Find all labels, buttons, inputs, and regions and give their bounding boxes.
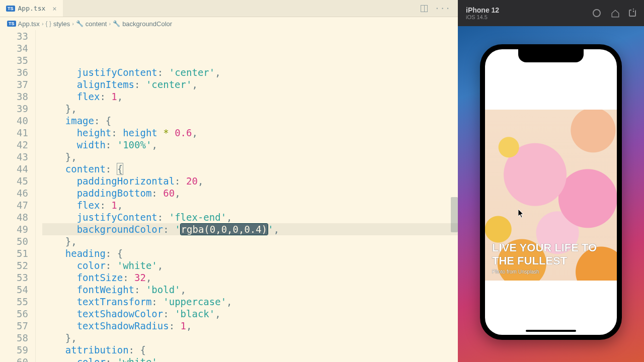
line-number: 53 [0, 272, 28, 284]
code-line[interactable]: flex: 1, [42, 90, 458, 103]
breadcrumb-file[interactable]: App.tsx [18, 20, 40, 28]
braces-icon: { } [46, 20, 51, 27]
code-line[interactable]: }, [42, 332, 458, 344]
tab-bar: TS App.tsx × ··· [0, 0, 458, 17]
scrollbar-thumb[interactable] [451, 197, 458, 232]
simulator-stage: LIVE YOUR LIFE TO THE FULLEST Photo from… [458, 26, 644, 362]
chevron-right-icon: › [42, 21, 44, 27]
code-area[interactable]: justifyContent: 'center', alignItems: 'c… [42, 30, 458, 362]
code-line[interactable]: fontWeight: 'bold', [42, 284, 458, 296]
line-number: 43 [0, 151, 28, 163]
line-number: 59 [0, 344, 28, 356]
code-line[interactable]: alignItems: 'center', [42, 78, 458, 90]
line-number: 52 [0, 259, 28, 272]
line-number: 46 [0, 187, 28, 199]
code-line[interactable]: image: { [42, 115, 458, 127]
breadcrumb-segment[interactable]: backgroundColor [122, 20, 172, 28]
code-line[interactable]: justifyContent: 'flex-end', [42, 211, 458, 223]
chevron-right-icon: › [109, 21, 111, 27]
share-icon[interactable] [629, 10, 636, 17]
device-os: iOS 14.5 [466, 14, 499, 20]
line-number: 42 [0, 139, 28, 151]
phone-frame: LIVE YOUR LIFE TO THE FULLEST Photo from… [480, 44, 622, 340]
line-number: 39 [0, 103, 28, 115]
app-attribution: Photo from Unsplash [492, 269, 610, 275]
code-line[interactable]: textShadowRadius: 1, [42, 320, 458, 332]
line-number: 37 [0, 78, 28, 90]
code-line[interactable]: heading: { [42, 247, 458, 259]
typescript-badge-icon: TS [7, 21, 16, 27]
app-content-overlay: LIVE YOUR LIFE TO THE FULLEST Photo from… [485, 241, 617, 275]
wrench-icon: 🔧 [113, 20, 120, 27]
home-icon[interactable] [611, 9, 619, 17]
typescript-badge-icon: TS [6, 6, 15, 12]
code-line[interactable]: color: 'white', [42, 356, 458, 362]
phone-screen[interactable]: LIVE YOUR LIFE TO THE FULLEST Photo from… [485, 49, 617, 335]
simulator-toolbar: iPhone 12 iOS 14.5 [458, 0, 644, 26]
line-number: 60 [0, 356, 28, 362]
code-line[interactable]: flex: 1, [42, 199, 458, 211]
phone-notch [518, 49, 584, 62]
app-heading: LIVE YOUR LIFE TO THE FULLEST [492, 241, 610, 267]
more-icon[interactable]: ··· [435, 5, 451, 13]
line-number: 50 [0, 235, 28, 247]
code-line[interactable]: paddingHorizontal: 20, [42, 175, 458, 187]
close-icon[interactable]: × [52, 5, 56, 13]
screenshot-icon[interactable] [593, 9, 601, 17]
code-line[interactable]: backgroundColor: 'rgba(0,0,0,0.4)', [42, 223, 458, 235]
code-line[interactable]: color: 'white', [42, 259, 458, 272]
code-line[interactable]: content: { [42, 163, 458, 175]
code-line[interactable]: justifyContent: 'center', [42, 66, 458, 78]
code-line[interactable]: textTransform: 'uppercase', [42, 296, 458, 308]
code-line[interactable]: attribution: { [42, 344, 458, 356]
breadcrumb[interactable]: TS App.tsx › { } styles › 🔧 content › 🔧 … [0, 17, 458, 30]
code-line[interactable]: }, [42, 151, 458, 163]
line-number: 44 [0, 163, 28, 175]
code-line[interactable]: paddingBottom: 60, [42, 187, 458, 199]
device-info[interactable]: iPhone 12 iOS 14.5 [466, 6, 499, 20]
line-number: 38 [0, 90, 28, 103]
device-name: iPhone 12 [466, 6, 499, 14]
split-editor-icon[interactable] [421, 5, 428, 12]
line-number: 35 [0, 54, 28, 66]
indent-guide [35, 30, 42, 362]
code-line[interactable]: height: height * 0.6, [42, 127, 458, 139]
line-number-gutter: 3334353637383940414243444546474849505152… [0, 30, 33, 362]
line-number: 54 [0, 284, 28, 296]
code-line[interactable]: textShadowColor: 'black', [42, 308, 458, 320]
line-number: 36 [0, 66, 28, 78]
line-number: 57 [0, 320, 28, 332]
code-editor-pane: TS App.tsx × ··· TS App.tsx › { } styles… [0, 0, 458, 362]
line-number: 51 [0, 247, 28, 259]
line-number: 47 [0, 199, 28, 211]
line-number: 58 [0, 332, 28, 344]
simulator-pane: iPhone 12 iOS 14.5 LIVE YOUR LIFE TO THE… [458, 0, 644, 362]
tab-label: App.tsx [18, 5, 46, 12]
line-number: 41 [0, 127, 28, 139]
line-number: 48 [0, 211, 28, 223]
tab-active[interactable]: TS App.tsx × [0, 0, 63, 17]
line-number: 34 [0, 42, 28, 54]
code-line[interactable]: width: '100%', [42, 139, 458, 151]
code-line[interactable]: }, [42, 103, 458, 115]
line-number: 56 [0, 308, 28, 320]
wrench-icon: 🔧 [76, 20, 84, 27]
line-number: 55 [0, 296, 28, 308]
line-number: 49 [0, 223, 28, 235]
tab-bar-actions: ··· [421, 0, 458, 17]
editor-body[interactable]: 3334353637383940414243444546474849505152… [0, 30, 458, 362]
cursor-icon [518, 209, 524, 218]
line-number: 33 [0, 30, 28, 42]
line-number: 40 [0, 115, 28, 127]
breadcrumb-segment[interactable]: styles [53, 20, 70, 28]
code-line[interactable]: }, [42, 235, 458, 247]
code-line[interactable]: fontSize: 32, [42, 272, 458, 284]
line-number: 45 [0, 175, 28, 187]
home-indicator [526, 330, 576, 332]
breadcrumb-segment[interactable]: content [86, 20, 107, 28]
chevron-right-icon: › [72, 21, 74, 27]
